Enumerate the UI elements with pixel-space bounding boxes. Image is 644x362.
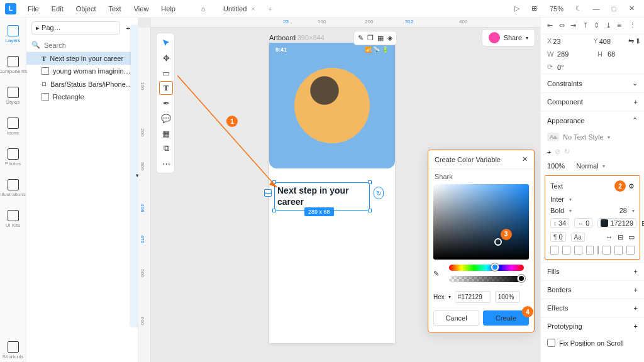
text-settings-icon[interactable]: ⚙ [628, 182, 635, 190]
layer-artboard[interactable]: ▾Artboard [131, 52, 138, 326]
layer-rectangle[interactable]: Rectangle [26, 90, 138, 103]
plus-icon[interactable]: + [634, 304, 638, 312]
prop-h[interactable] [608, 50, 635, 58]
nav-components[interactable]: Components [0, 53, 26, 77]
edit-grid-icon[interactable]: ▦ [377, 34, 384, 42]
color-cursor[interactable] [494, 238, 502, 246]
canvas[interactable]: 23 100 200 312 400 100 200 300 408 476 5… [138, 18, 540, 362]
tool-image[interactable]: ▦ [159, 126, 173, 140]
align-bottom-icon[interactable]: ⤓ [606, 21, 614, 30]
plus-icon[interactable]: + [634, 268, 638, 275]
fix-position-checkbox[interactable] [547, 339, 555, 347]
auto-width-icon[interactable]: ↔ [606, 233, 613, 241]
text-style-none[interactable]: Aa [547, 133, 559, 141]
menu-text[interactable]: Text [104, 3, 126, 15]
auto-height-icon[interactable]: ⊟ [618, 233, 623, 241]
refresh-icon[interactable]: ↻ [564, 148, 570, 156]
grid-icon[interactable]: ⊞ [527, 1, 542, 16]
menu-edit[interactable]: Edit [47, 3, 69, 15]
section-constraints[interactable]: Constraints⌄ [541, 74, 644, 92]
close-icon[interactable]: ✕ [522, 155, 528, 163]
window-min-icon[interactable]: — [589, 1, 604, 16]
search-input[interactable] [44, 41, 131, 49]
create-button[interactable]: Create 4 [483, 310, 529, 326]
blend-mode[interactable]: Normal [576, 162, 598, 170]
doc-tab[interactable]: Untitled × [218, 3, 260, 15]
color-gradient-picker[interactable]: 3 [433, 184, 529, 260]
flip-h-icon[interactable]: ⇋ [628, 37, 634, 45]
menu-object[interactable]: Object [71, 3, 101, 15]
hue-slider[interactable] [449, 265, 524, 271]
nav-photos[interactable]: Photos [0, 146, 26, 169]
section-borders[interactable]: Borders+ [541, 280, 644, 299]
letter-spacing[interactable]: ↔ 0 [574, 218, 592, 228]
section-component[interactable]: Component+ [541, 92, 644, 111]
menu-file[interactable]: File [23, 3, 44, 15]
alpha-slider[interactable] [449, 276, 524, 282]
tool-component[interactable]: ⧉ [159, 141, 173, 155]
layer-opacity[interactable]: 100% [547, 162, 565, 170]
layer-statusbar-component[interactable]: ◇Bars/Status Bars/iPhone/Light [26, 77, 138, 90]
ta-justify-icon[interactable] [586, 246, 594, 255]
flip-v-icon[interactable]: ⥮ [635, 37, 641, 45]
prop-y[interactable] [599, 37, 627, 45]
cancel-button[interactable]: Cancel [433, 310, 479, 326]
nav-shortcuts[interactable]: Shortcuts [0, 339, 26, 362]
color-name-input[interactable]: Shark [428, 169, 534, 184]
layer-image[interactable]: young woman imagining thin… [26, 65, 138, 77]
ta-center-icon[interactable] [562, 246, 570, 255]
text-selection-frame[interactable]: Next step in your career [274, 182, 370, 211]
va-mid-icon[interactable] [614, 246, 623, 255]
tool-move[interactable] [159, 36, 173, 50]
unlink-icon[interactable]: ⊘ [555, 148, 560, 156]
prop-w[interactable] [557, 50, 585, 58]
plus-icon[interactable]: + [634, 286, 638, 293]
tool-frame[interactable]: ✥ [159, 51, 173, 65]
edit-layers-icon[interactable]: ❐ [367, 34, 374, 42]
window-max-icon[interactable]: □ [606, 1, 621, 16]
align-hcenter-icon[interactable]: ⇔ [559, 21, 568, 30]
section-prototyping[interactable]: Prototyping+ [541, 317, 644, 335]
section-appearance[interactable]: Appearance⌃ [541, 111, 644, 129]
window-close-icon[interactable]: ✕ [624, 1, 639, 16]
rotate-handle[interactable]: ↻ [374, 187, 384, 199]
tool-comment[interactable]: 💬 [159, 111, 173, 125]
va-top-icon[interactable] [602, 246, 611, 255]
edit-component-icon[interactable]: ◈ [387, 34, 392, 42]
menu-view[interactable]: View [129, 3, 154, 15]
opacity-input[interactable] [495, 291, 520, 303]
share-button[interactable]: Share▾ [482, 29, 535, 47]
distribute-v-icon[interactable]: ⋮ [629, 21, 638, 30]
layer-text-headline[interactable]: TNext step in your career [26, 52, 138, 65]
paragraph-prop[interactable]: ¶ 0 [550, 232, 566, 242]
hex-input[interactable] [455, 291, 491, 303]
new-tab-icon[interactable]: + [263, 1, 278, 16]
hex-mode[interactable]: Hex [433, 293, 445, 300]
add-style-icon[interactable]: + [547, 148, 551, 156]
section-effects[interactable]: Effects+ [541, 299, 644, 317]
edit-pencil-icon[interactable]: ✎ [358, 34, 364, 42]
menu-help[interactable]: Help [156, 3, 180, 15]
nav-illustrations[interactable]: Illustrations [0, 177, 26, 200]
va-bot-icon[interactable] [626, 246, 635, 255]
ta-right-icon[interactable] [574, 246, 582, 255]
font-size[interactable]: 28 [619, 207, 627, 214]
auto-width-handle[interactable]: ⟷ [264, 189, 272, 197]
prop-x[interactable] [553, 37, 580, 45]
play-icon[interactable]: ▷ [509, 1, 525, 16]
font-weight[interactable]: Bold [550, 207, 564, 214]
tool-rect[interactable]: ▭ [159, 66, 173, 80]
tool-pen[interactable]: ✒ [159, 96, 173, 110]
align-right-icon[interactable]: ⇥ [570, 21, 579, 30]
eyedropper-icon[interactable]: ✎ [433, 270, 439, 278]
zoom-level[interactable]: 75% [545, 5, 569, 13]
home-icon[interactable]: ⌂ [196, 1, 211, 16]
fixed-icon[interactable]: ▭ [628, 233, 635, 241]
headline-text[interactable]: Next step in your career [277, 185, 367, 207]
nav-uikits[interactable]: UI Kits [0, 207, 26, 231]
align-vcenter-icon[interactable]: ⇕ [594, 21, 602, 30]
app-logo[interactable]: L [5, 3, 16, 14]
align-left-icon[interactable]: ⇤ [547, 21, 556, 30]
nav-styles[interactable]: Styles [0, 84, 26, 107]
tool-text[interactable]: T [159, 81, 173, 95]
